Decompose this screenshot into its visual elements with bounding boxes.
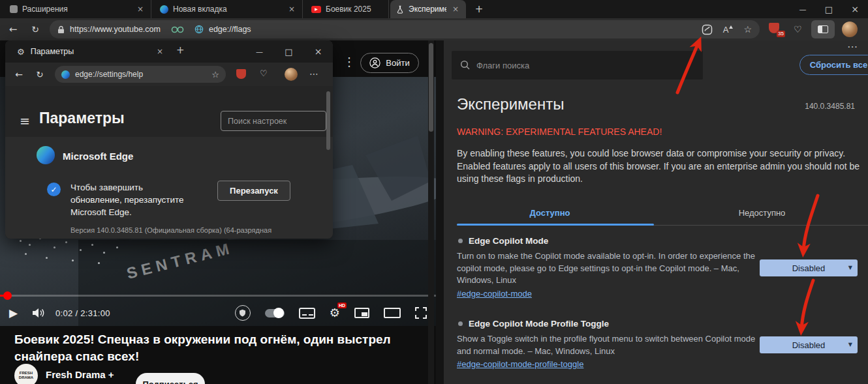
subtitles-icon[interactable] (299, 308, 315, 319)
maximize-button[interactable]: □ (816, 0, 842, 18)
flag-dropdown-value: Disabled (792, 340, 826, 350)
fullscreen-icon[interactable] (415, 307, 427, 319)
tab-youtube-video[interactable]: ▶ Боевик 2025 (305, 0, 389, 18)
browser-essentials-icon[interactable]: ♡ (794, 25, 802, 34)
lock-icon (57, 25, 65, 34)
browser-essentials-icon[interactable]: ♡ (260, 69, 268, 78)
restart-button[interactable]: Перезапуск (217, 181, 290, 201)
subscribe-label: Подписаться (142, 379, 198, 384)
split-view-divider[interactable] (436, 40, 444, 384)
settings-tab[interactable]: ⚙ Параметры × (10, 40, 170, 63)
settings-window-controls: — □ × (245, 40, 333, 63)
channel-avatar-text-bottom: DRAMA (19, 376, 33, 380)
edge-favicon-icon (160, 5, 168, 14)
address-bar[interactable]: https://www.youtube.com edge://flags A ☆ (50, 20, 760, 38)
tab-close-icon[interactable]: × (287, 5, 296, 13)
reset-all-button[interactable]: Сбросить все (799, 55, 868, 75)
settings-menu-icon[interactable]: ⋯ (309, 69, 318, 78)
adblock-shield-icon[interactable] (235, 305, 251, 321)
subscribe-button[interactable]: Подписаться (136, 373, 205, 384)
tab-extensions[interactable]: Расширения × (4, 0, 151, 18)
maximize-button[interactable]: □ (274, 40, 303, 63)
profile-avatar[interactable] (285, 68, 298, 81)
new-tab-button[interactable]: + (471, 2, 487, 17)
flag-anchor-link[interactable]: #edge-copilot-mode (457, 289, 532, 299)
settings-search-input[interactable] (221, 111, 326, 131)
browser-toolbar: ← ↻ https://www.youtube.com edge://flags… (0, 18, 868, 40)
scrollbar-thumb[interactable] (429, 43, 433, 132)
chevron-down-icon: ▼ (848, 342, 852, 347)
minimize-button[interactable]: — (790, 0, 816, 18)
theater-mode-icon[interactable] (384, 308, 401, 318)
player-settings-button[interactable]: ⚙ HD (330, 307, 340, 319)
ublock-icon[interactable] (236, 69, 246, 79)
globe-icon (194, 25, 204, 34)
signin-button[interactable]: Войти (360, 53, 419, 73)
tab-close-icon[interactable]: × (157, 48, 163, 55)
edge-favicon-icon (61, 70, 70, 79)
channel-avatar[interactable]: FRESH DRAMA (14, 364, 38, 384)
update-message: Чтобы завершить обновление, перезапустит… (70, 181, 187, 218)
settings-about-section: Microsoft Edge ✓ Чтобы завершить обновле… (5, 137, 333, 239)
channel-name[interactable]: Fresh Drama + (46, 369, 114, 380)
ublock-extension-button[interactable]: 35 (769, 23, 781, 35)
split-link-icon (171, 26, 184, 33)
video-title: Боевик 2025! Спецназ в окружении под огн… (14, 331, 427, 365)
flag-bullet-icon (458, 239, 463, 243)
back-button[interactable]: ← (4, 18, 22, 40)
favorite-star-icon[interactable]: ☆ (743, 25, 752, 34)
play-button[interactable]: ▶ (9, 308, 18, 319)
flags-version: 140.0.3485.81 (805, 102, 855, 111)
settings-page-title: Параметры (39, 110, 125, 127)
tab-new-tab[interactable]: Новая вкладка × (154, 0, 303, 18)
flags-search-input[interactable] (452, 51, 703, 80)
flags-tabs: Доступно Недоступно (444, 199, 868, 226)
scrollbar-thumb[interactable] (326, 91, 330, 150)
flag-description: Show a Toggle switch in the profile flyo… (457, 333, 756, 357)
back-button[interactable]: ← (10, 63, 27, 86)
close-button[interactable]: × (303, 40, 333, 63)
hd-quality-badge: HD (337, 303, 347, 308)
url-right: edge://flags (209, 25, 251, 34)
tab-available[interactable]: Доступно (444, 199, 656, 226)
search-icon (460, 60, 471, 70)
minimize-button[interactable]: — (245, 40, 274, 63)
close-button[interactable]: × (842, 0, 868, 18)
version-text: Версия 140.0.3485.81 (Официальная сборка… (70, 226, 325, 234)
channel-avatar-text-top: FRESH (20, 371, 33, 376)
restart-label: Перезапуск (230, 186, 278, 196)
pane-more-options-icon[interactable]: ⋯ (847, 42, 858, 52)
time-display: 0:02 / 2:31:00 (55, 308, 110, 318)
profile-avatar[interactable] (842, 22, 858, 37)
settings-url: edge://settings/help (75, 70, 206, 79)
flag-anchor-link[interactable]: #edge-copilot-mode-profile-toggle (457, 359, 583, 369)
tab-unavailable[interactable]: Недоступно (656, 199, 868, 226)
flag-dropdown[interactable]: Disabled ▼ (760, 336, 858, 353)
tab-experiments[interactable]: Эксперименты × (390, 0, 466, 18)
favorite-star-icon[interactable]: ☆ (211, 70, 219, 79)
flag-entry-copilot-mode: Edge Copilot Mode Turn on to make the Co… (444, 236, 868, 319)
progress-scrubber[interactable] (3, 291, 12, 300)
flag-description: Turn on to make the Copilot mode availab… (457, 250, 756, 287)
copilot-icon[interactable] (702, 24, 713, 35)
new-tab-button[interactable]: + (176, 46, 185, 55)
split-screen-button[interactable] (811, 20, 835, 38)
settings-address-bar[interactable]: edge://settings/help ☆ (55, 66, 226, 83)
miniplayer-icon[interactable] (354, 308, 369, 318)
edge-logo-icon (37, 146, 55, 164)
tab-close-icon[interactable]: × (451, 5, 460, 13)
hamburger-menu-icon[interactable]: ≡ (20, 115, 30, 127)
settings-titlebar[interactable]: ⚙ Параметры × + — □ × (5, 40, 333, 63)
ublock-badge: 35 (777, 31, 785, 37)
tab-label: Новая вкладка (173, 5, 283, 14)
refresh-button[interactable]: ↻ (26, 18, 44, 40)
more-options-kebab-icon[interactable]: ⋮ (343, 56, 355, 68)
flag-dropdown[interactable]: Disabled ▼ (760, 259, 858, 276)
refresh-button[interactable]: ↻ (31, 63, 48, 86)
tab-close-icon[interactable]: × (136, 5, 145, 13)
video-progress-bar[interactable] (0, 295, 436, 297)
scrollbar-track[interactable] (428, 40, 434, 384)
autoplay-toggle[interactable] (265, 309, 285, 318)
read-aloud-icon[interactable]: A (723, 25, 734, 35)
volume-icon[interactable] (32, 308, 45, 318)
